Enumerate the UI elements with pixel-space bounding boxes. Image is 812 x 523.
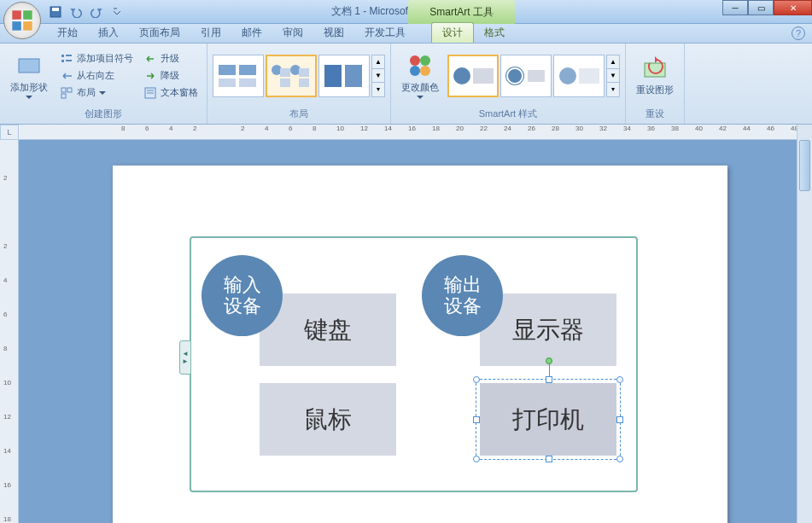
tab-developer[interactable]: 开发工具	[354, 23, 416, 43]
resize-handle-w[interactable]	[473, 416, 480, 423]
sa-box-1b[interactable]: 鼠标	[260, 383, 396, 456]
tab-mailings[interactable]: 邮件	[231, 23, 272, 43]
layout-scroll-down[interactable]: ▼	[372, 69, 384, 83]
qat-undo-button[interactable]	[67, 3, 85, 20]
svg-point-32	[420, 66, 430, 76]
smartart-frame[interactable]: ◄► 输入 设备 键盘 鼠标 输出 设备 显示器 打印机	[190, 236, 638, 492]
ribbon: 添加形状 添加项目符号 从右向左 布局 升级 降级 文本窗格 创建图形	[0, 44, 812, 125]
tab-home[interactable]: 开始	[47, 23, 88, 43]
svg-rect-6	[19, 59, 39, 73]
add-shape-button[interactable]: 添加形状	[5, 50, 53, 101]
promote-icon	[143, 52, 157, 66]
office-button[interactable]	[3, 2, 41, 39]
svg-rect-26	[299, 78, 309, 87]
page[interactable]: ◄► 输入 设备 键盘 鼠标 输出 设备 显示器 打印机	[113, 166, 727, 523]
text-pane-icon	[143, 86, 157, 100]
svg-rect-9	[61, 60, 64, 62]
resize-handle-n[interactable]	[546, 376, 552, 383]
document-area[interactable]: ◄► 输入 设备 键盘 鼠标 输出 设备 显示器 打印机	[19, 140, 797, 523]
sa-circle-2[interactable]: 输出 设备	[422, 255, 503, 336]
close-button[interactable]: ✕	[774, 0, 812, 15]
resize-handle-nw[interactable]	[473, 376, 480, 383]
resize-handle-se[interactable]	[616, 456, 623, 462]
layout-thumb-icon	[323, 63, 365, 89]
reset-graphic-button[interactable]: 重设图形	[631, 53, 679, 98]
svg-rect-1	[23, 10, 32, 19]
group-label-reset: 重设	[629, 106, 681, 122]
demote-button[interactable]: 降级	[140, 68, 202, 84]
layout-button[interactable]: 布局	[56, 85, 137, 101]
svg-rect-10	[66, 60, 72, 61]
tab-references[interactable]: 引用	[190, 23, 231, 43]
redo-icon	[91, 6, 102, 18]
layout-item-2[interactable]	[266, 55, 317, 97]
layout-item-1[interactable]	[213, 55, 264, 97]
layout-item-3[interactable]	[318, 55, 370, 97]
maximize-button[interactable]: ▭	[748, 0, 774, 15]
style-scroll-down[interactable]: ▼	[607, 69, 619, 83]
change-colors-button[interactable]: 更改颜色	[396, 50, 444, 101]
svg-rect-28	[345, 65, 362, 87]
smartart-text-pane-toggle[interactable]: ◄►	[179, 340, 191, 375]
office-logo-icon	[10, 9, 34, 32]
svg-rect-25	[280, 78, 290, 87]
add-shape-icon	[15, 52, 43, 79]
svg-rect-8	[66, 55, 72, 56]
rotation-line	[549, 364, 550, 377]
text-pane-button[interactable]: 文本窗格	[140, 85, 202, 101]
save-icon	[50, 6, 61, 18]
group-layouts: ▲ ▼ ▾ 布局	[207, 44, 391, 124]
tab-design[interactable]: 设计	[431, 22, 474, 43]
group-label-styles: SmartArt 样式	[394, 106, 622, 122]
help-icon[interactable]: ?	[792, 26, 805, 40]
svg-point-31	[410, 66, 420, 76]
qat-save-button[interactable]	[47, 3, 64, 20]
rtl-button[interactable]: 从右向左	[56, 68, 137, 84]
bullet-icon	[60, 52, 73, 66]
horizontal-ruler[interactable]: 8642246810121416182022242628303234363840…	[19, 125, 812, 140]
svg-rect-2	[12, 21, 20, 30]
resize-handle-sw[interactable]	[473, 456, 480, 462]
tab-view[interactable]: 视图	[313, 23, 354, 43]
vertical-scrollbar[interactable]	[797, 125, 812, 523]
sa-circle-1[interactable]: 输入 设备	[202, 255, 283, 336]
tab-review[interactable]: 审阅	[272, 23, 313, 43]
quick-access-toolbar	[47, 3, 126, 20]
style-scroll-up[interactable]: ▲	[607, 55, 619, 69]
layout-scroll-up[interactable]: ▲	[372, 55, 384, 69]
svg-rect-27	[324, 65, 342, 87]
promote-button[interactable]: 升级	[140, 51, 202, 67]
undo-icon	[70, 6, 82, 18]
tab-format[interactable]: 格式	[474, 23, 515, 43]
tab-insert[interactable]: 插入	[88, 23, 129, 43]
style-scroll: ▲ ▼ ▾	[606, 55, 620, 97]
qat-customize-button[interactable]	[108, 3, 126, 20]
svg-rect-19	[219, 78, 236, 87]
selection-frame	[476, 379, 621, 460]
ruler-corner[interactable]: L	[0, 125, 19, 140]
tab-page-layout[interactable]: 页面布局	[129, 23, 190, 43]
style-more[interactable]: ▾	[607, 83, 619, 96]
resize-handle-ne[interactable]	[616, 376, 623, 383]
context-tool-label: SmartArt 工具	[408, 0, 515, 24]
rotation-handle[interactable]	[546, 357, 552, 364]
layout-more[interactable]: ▾	[372, 83, 384, 96]
demote-icon	[143, 69, 157, 83]
minimize-button[interactable]: ─	[722, 0, 748, 15]
resize-handle-s[interactable]	[546, 456, 552, 462]
qat-redo-button[interactable]	[88, 3, 105, 20]
title-bar: 文档 1 - Microsoft Word SmartArt 工具 ─ ▭ ✕	[0, 0, 812, 24]
group-reset: 重设图形 重设	[626, 44, 685, 124]
style-item-2[interactable]	[500, 55, 552, 97]
svg-rect-11	[61, 88, 66, 92]
style-item-1[interactable]	[447, 55, 499, 97]
add-bullet-button[interactable]: 添加项目符号	[56, 51, 137, 67]
resize-handle-e[interactable]	[616, 416, 623, 423]
vertical-ruler[interactable]: 224681012141618	[0, 140, 19, 523]
layout-thumb-icon	[270, 63, 313, 89]
svg-rect-12	[67, 88, 72, 92]
scrollbar-thumb[interactable]	[799, 140, 810, 191]
style-item-3[interactable]	[553, 55, 605, 97]
chevron-down-icon	[26, 96, 32, 99]
svg-rect-18	[239, 65, 256, 75]
